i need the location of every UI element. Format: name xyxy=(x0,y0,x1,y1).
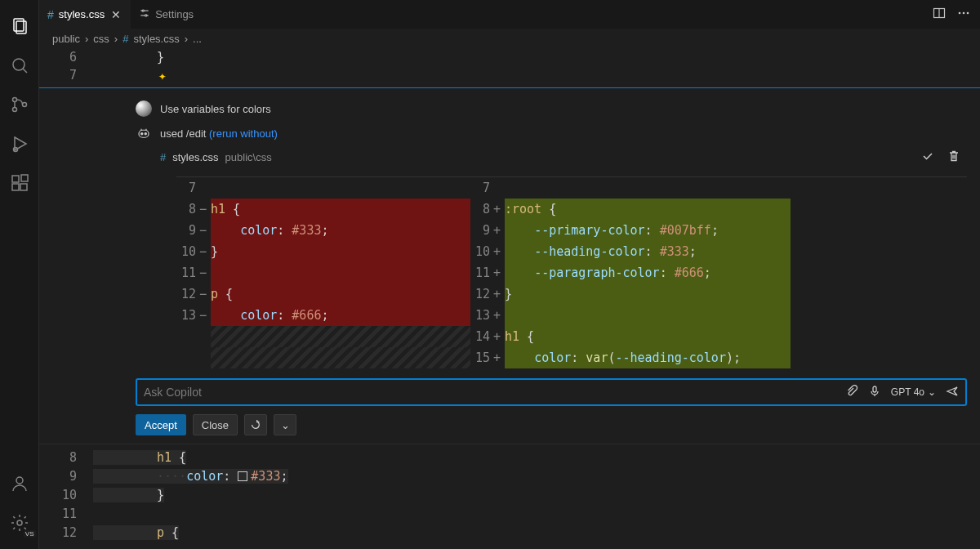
model-picker[interactable]: GPT 4o ⌄ xyxy=(891,386,936,398)
user-avatar xyxy=(136,100,152,117)
sparkle-icon[interactable]: ✦ xyxy=(158,68,167,83)
line-number: 10 xyxy=(176,241,199,262)
breadcrumb[interactable]: public › css › # styles.css › ... xyxy=(39,29,980,48)
run-debug-icon[interactable] xyxy=(0,124,39,163)
line-number: 10 xyxy=(470,241,493,262)
svg-point-5 xyxy=(12,108,16,112)
diff-viewer[interactable]: 7 7 8 − h1 { 8 + :root { 9 − color: #333… xyxy=(176,176,967,368)
accept-button[interactable]: Accept xyxy=(136,414,186,435)
code-text: h1 { xyxy=(93,450,186,465)
svg-point-25 xyxy=(145,133,146,135)
line-number: 12 xyxy=(176,283,199,305)
breadcrumb-segment[interactable]: css xyxy=(93,33,109,45)
send-icon[interactable] xyxy=(946,385,959,400)
editor-bottom-lines[interactable]: 8 h1 {9 ····color: #333;10 }11 12 p { xyxy=(39,444,980,542)
svg-rect-8 xyxy=(12,176,19,182)
attach-icon[interactable] xyxy=(845,385,858,400)
svg-point-24 xyxy=(141,133,143,135)
line-number: 8 xyxy=(470,199,493,220)
code-line[interactable]: 10 } xyxy=(39,485,980,504)
css-file-icon: # xyxy=(160,151,166,163)
svg-point-20 xyxy=(959,12,961,15)
file-name[interactable]: styles.css xyxy=(172,151,218,163)
line-number: 9 xyxy=(470,220,493,241)
code-line[interactable]: 8 h1 { xyxy=(39,448,980,466)
diff-new-content: --primary-color: #007bff; xyxy=(505,220,791,241)
svg-rect-10 xyxy=(20,184,27,190)
diff-row: 11 − 11 + --paragraph-color: #666; xyxy=(176,262,967,283)
diff-row: 8 − h1 { 8 + :root { xyxy=(176,199,967,220)
ask-copilot-input[interactable] xyxy=(144,386,845,399)
diff-new-content xyxy=(505,305,791,326)
discard-change-icon[interactable] xyxy=(947,150,960,165)
code-line[interactable]: 12 p { xyxy=(39,523,980,542)
split-editor-icon[interactable] xyxy=(933,7,946,22)
tab-styles-css[interactable]: # styles.css ✕ xyxy=(39,0,131,29)
accept-change-icon[interactable] xyxy=(921,150,934,165)
editor-top-lines[interactable]: 6 } 7 ✦ xyxy=(39,48,980,84)
diff-old-content xyxy=(211,347,470,368)
diff-new-content: color: var(--heading-color); xyxy=(505,347,791,368)
line-number: 7 xyxy=(176,177,199,199)
diff-new-content: } xyxy=(505,283,791,305)
line-number: 11 xyxy=(470,262,493,283)
diff-sign: − xyxy=(199,305,211,326)
diff-sign xyxy=(199,177,211,199)
diff-row: 7 7 xyxy=(176,177,967,199)
line-number: 8 xyxy=(176,199,199,220)
rerun-without-link[interactable]: (rerun without) xyxy=(209,127,278,140)
chevron-right-icon: › xyxy=(85,33,88,45)
diff-sign: + xyxy=(493,220,505,241)
accounts-icon[interactable] xyxy=(0,464,39,503)
diff-row: 13 − color: #666; 13 + xyxy=(176,305,967,326)
microphone-icon[interactable] xyxy=(868,385,881,400)
more-actions-icon[interactable] xyxy=(957,7,970,22)
extensions-icon[interactable] xyxy=(0,163,39,203)
diff-old-content: color: #333; xyxy=(211,220,470,241)
explorer-icon[interactable] xyxy=(0,7,39,46)
line-number: 14 xyxy=(470,326,493,347)
svg-point-22 xyxy=(967,12,969,15)
svg-point-17 xyxy=(145,15,147,16)
diff-sign xyxy=(493,177,505,199)
search-icon[interactable] xyxy=(0,46,39,85)
used-text: used xyxy=(160,127,186,140)
tab-bar: # styles.css ✕ Settings xyxy=(39,0,980,29)
code-line[interactable]: 11 xyxy=(39,504,980,523)
line-number: 15 xyxy=(470,347,493,368)
diff-sign: + xyxy=(493,199,505,220)
diff-old-content xyxy=(211,177,470,199)
line-number: 9 xyxy=(176,220,199,241)
chevron-down-icon: ⌄ xyxy=(928,386,936,398)
css-file-icon: # xyxy=(47,8,54,21)
diff-sign: − xyxy=(199,283,211,305)
settings-icon xyxy=(139,7,150,21)
diff-old-content: p { xyxy=(211,283,470,305)
settings-gear-icon[interactable] xyxy=(0,503,39,542)
diff-old-content: } xyxy=(211,241,470,262)
more-options-button[interactable]: ⌄ xyxy=(274,414,296,435)
code-text: ····color: #333; xyxy=(93,469,288,484)
diff-row: 10 − } 10 + --heading-color: #333; xyxy=(176,241,967,262)
line-number: 10 xyxy=(39,488,93,502)
code-line[interactable]: 9 ····color: #333; xyxy=(39,466,980,485)
breadcrumb-segment[interactable]: public xyxy=(52,33,80,45)
diff-new-content: h1 { xyxy=(505,326,791,347)
retry-button[interactable] xyxy=(244,414,267,435)
line-number: 9 xyxy=(39,469,93,484)
diff-sign: + xyxy=(493,241,505,262)
diff-old-content: color: #666; xyxy=(211,305,470,326)
source-control-icon[interactable] xyxy=(0,85,39,124)
breadcrumb-segment[interactable]: styles.css xyxy=(133,33,179,45)
diff-sign: − xyxy=(199,241,211,262)
diff-new-content xyxy=(505,177,791,199)
close-button[interactable]: Close xyxy=(193,414,238,435)
diff-sign: + xyxy=(493,305,505,326)
diff-sign: − xyxy=(199,199,211,220)
copilot-inline-chat: Use variables for colors used /edit (rer… xyxy=(39,87,980,444)
close-icon[interactable]: ✕ xyxy=(109,8,122,21)
tab-label: Settings xyxy=(155,8,194,20)
tab-settings[interactable]: Settings xyxy=(131,0,202,29)
diff-sign xyxy=(199,326,211,347)
breadcrumb-segment[interactable]: ... xyxy=(193,33,202,45)
